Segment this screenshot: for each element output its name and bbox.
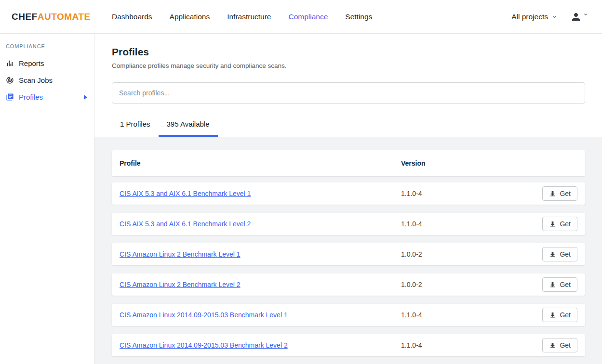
profile-version: 1.0.0-2 — [401, 281, 542, 288]
get-button[interactable]: Get — [542, 308, 577, 322]
library-icon — [6, 93, 14, 101]
profile-link[interactable]: CIS Amazon Linux 2 Benchmark Level 2 — [120, 281, 241, 288]
sidebar-item-scan-jobs[interactable]: Scan Jobs — [0, 72, 94, 89]
sidebar-item-profiles[interactable]: Profiles — [0, 89, 94, 105]
projects-dropdown-label: All projects — [511, 13, 548, 21]
table-header-row: Profile Version — [112, 150, 585, 176]
nav-item-compliance[interactable]: Compliance — [288, 13, 328, 21]
table-row: CIS AIX 5.3 and AIX 6.1 Benchmark Level … — [112, 213, 585, 235]
profile-link[interactable]: CIS Amazon Linux 2014.09-2015.03 Benchma… — [120, 311, 288, 319]
content-header: Profiles Compliance profiles manage secu… — [94, 34, 602, 137]
download-icon — [549, 251, 556, 258]
get-button-label: Get — [560, 341, 571, 349]
sidebar-item-label: Scan Jobs — [19, 76, 53, 84]
bar-chart-icon — [6, 59, 14, 67]
profile-link[interactable]: CIS AIX 5.3 and AIX 6.1 Benchmark Level … — [120, 220, 251, 228]
get-button-label: Get — [560, 311, 571, 319]
user-menu[interactable] — [570, 11, 589, 23]
table-row: CIS Amazon Linux 2014.09-2015.03 Benchma… — [112, 334, 585, 356]
profile-link[interactable]: CIS Amazon Linux 2 Benchmark Level 1 — [120, 250, 241, 258]
column-header-profile: Profile — [112, 159, 401, 167]
main-content: Profiles Compliance profiles manage secu… — [94, 34, 602, 364]
chef-automate-logo[interactable]: CHEFAUTOMATE — [12, 12, 112, 22]
nav-item-applications[interactable]: Applications — [170, 13, 210, 21]
download-icon — [549, 312, 556, 319]
table-row: CIS AIX 5.3 and AIX 6.1 Benchmark Level … — [112, 182, 585, 205]
sidebar-item-label: Profiles — [19, 93, 43, 101]
page-subtitle: Compliance profiles manage security and … — [112, 62, 585, 69]
profile-version: 1.1.0-4 — [401, 190, 542, 197]
profile-version: 1.1.0-4 — [401, 311, 542, 319]
sidebar-item-reports[interactable]: Reports — [0, 55, 94, 72]
profile-version: 1.1.0-4 — [401, 220, 542, 228]
nav-item-dashboards[interactable]: Dashboards — [112, 13, 152, 21]
column-header-version: Version — [401, 159, 577, 167]
nav-item-infrastructure[interactable]: Infrastructure — [227, 13, 271, 21]
profiles-table-body: CIS AIX 5.3 and AIX 6.1 Benchmark Level … — [112, 182, 585, 356]
get-button-label: Get — [560, 190, 571, 197]
topbar-right: All projects — [511, 11, 589, 23]
sidebar-nav: ReportsScan JobsProfiles — [0, 55, 94, 105]
get-button[interactable]: Get — [542, 186, 577, 201]
main-nav: DashboardsApplicationsInfrastructureComp… — [112, 13, 372, 21]
user-avatar-icon — [570, 11, 582, 23]
download-icon — [549, 221, 556, 228]
get-button[interactable]: Get — [542, 277, 577, 292]
tab-395-available[interactable]: 395 Available — [159, 114, 218, 137]
chevron-down-icon — [551, 13, 558, 20]
get-button-label: Get — [560, 250, 571, 258]
get-button[interactable]: Get — [542, 247, 577, 261]
app-shell: COMPLIANCE ReportsScan JobsProfiles Prof… — [0, 33, 602, 364]
table-row: CIS Amazon Linux 2 Benchmark Level 11.0.… — [112, 243, 585, 265]
get-button[interactable]: Get — [542, 217, 577, 231]
get-button-label: Get — [560, 220, 571, 228]
sidebar: COMPLIANCE ReportsScan JobsProfiles — [0, 34, 94, 364]
tabs: 1 Profiles395 Available — [112, 114, 585, 137]
radar-icon — [6, 76, 14, 84]
projects-dropdown[interactable]: All projects — [511, 13, 558, 21]
download-icon — [549, 190, 556, 197]
table-row: CIS Amazon Linux 2014.09-2015.03 Benchma… — [112, 304, 585, 326]
logo-automate-text: AUTOMATE — [38, 12, 91, 22]
get-button-label: Get — [560, 281, 571, 288]
profile-link[interactable]: CIS Amazon Linux 2014.09-2015.03 Benchma… — [120, 341, 288, 349]
nav-item-settings[interactable]: Settings — [345, 13, 372, 21]
get-button[interactable]: Get — [542, 338, 577, 352]
profile-version: 1.0.0-2 — [401, 250, 542, 258]
sidebar-section-label: COMPLIANCE — [0, 43, 94, 49]
page-title: Profiles — [112, 46, 585, 58]
profile-link[interactable]: CIS AIX 5.3 and AIX 6.1 Benchmark Level … — [120, 190, 251, 197]
active-item-marker-icon — [84, 95, 87, 100]
download-icon — [549, 281, 556, 288]
logo-chef-text: CHEF — [12, 12, 38, 22]
tab-1-profiles[interactable]: 1 Profiles — [112, 114, 159, 137]
chevron-down-icon — [583, 12, 589, 17]
profiles-table-section: Profile Version CIS AIX 5.3 and AIX 6.1 … — [94, 137, 602, 364]
download-icon — [549, 342, 556, 349]
search-input[interactable] — [112, 82, 585, 104]
profile-version: 1.1.0-4 — [401, 341, 542, 349]
table-row: CIS Amazon Linux 2 Benchmark Level 21.0.… — [112, 273, 585, 296]
top-nav-bar: CHEFAUTOMATE DashboardsApplicationsInfra… — [0, 0, 602, 33]
sidebar-item-label: Reports — [19, 59, 44, 67]
